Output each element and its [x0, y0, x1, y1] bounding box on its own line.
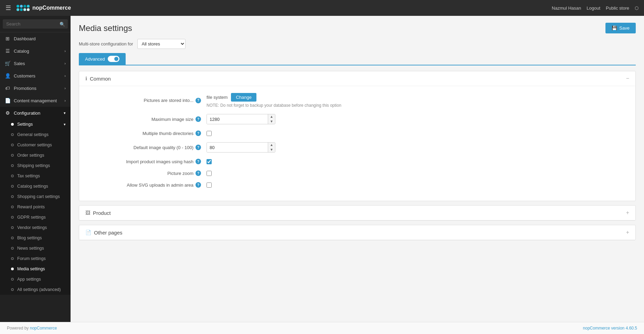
- max-image-size-label: Maximum image size ?: [89, 116, 207, 122]
- customers-icon: 👤: [5, 73, 10, 79]
- sidebar-subitem-label: All settings (advanced): [17, 287, 61, 292]
- sidebar-item-all-settings[interactable]: All settings (advanced): [0, 284, 71, 295]
- other-pages-title: 📄 Other pages: [85, 230, 123, 236]
- product-title: 🖼 Product: [85, 210, 111, 216]
- footer-version: nopCommerce version 4.60.5: [583, 326, 637, 331]
- max-image-size-help-icon[interactable]: ?: [196, 116, 201, 122]
- expand-icon[interactable]: +: [626, 229, 629, 236]
- import-hash-label: Import product images using hash ?: [89, 159, 207, 164]
- sidebar-item-app-settings[interactable]: App settings: [0, 274, 71, 284]
- sidebar-item-sales[interactable]: 🛒 Sales ›: [0, 57, 71, 70]
- sidebar-item-content-management[interactable]: 📄 Content management ›: [0, 94, 71, 107]
- tab-label: Advanced: [85, 56, 105, 62]
- sidebar-item-forum-settings[interactable]: Forum settings: [0, 253, 71, 264]
- spinner-down[interactable]: ▼: [268, 119, 275, 124]
- config-icon: ⚙: [5, 110, 10, 116]
- logo-dots: [17, 5, 30, 11]
- spinners: ▲ ▼: [268, 143, 275, 152]
- multiple-thumb-help-icon[interactable]: ?: [196, 131, 201, 136]
- sidebar-item-promotions[interactable]: 🏷 Promotions ›: [0, 82, 71, 94]
- multiple-thumb-row: Multiple thumb directories ?: [89, 131, 625, 136]
- multistore-select[interactable]: All stores: [137, 39, 186, 49]
- other-pages-section-header[interactable]: 📄 Other pages +: [79, 225, 635, 240]
- allow-svg-help-icon[interactable]: ?: [196, 182, 201, 188]
- pictures-stored-help-icon[interactable]: ?: [196, 98, 201, 103]
- sidebar-item-catalog[interactable]: ☰ Catalog ›: [0, 45, 71, 57]
- spinner-down[interactable]: ▼: [268, 147, 275, 152]
- sidebar-subitem-label: General settings: [17, 132, 49, 137]
- toggle-advanced[interactable]: [108, 56, 119, 62]
- sidebar-item-shopping-cart-settings[interactable]: Shopping cart settings: [0, 191, 71, 202]
- public-store-link[interactable]: Public store: [606, 6, 629, 11]
- sidebar-subitem-label: Reward points: [17, 205, 45, 209]
- share-icon[interactable]: ⬡: [635, 6, 638, 11]
- sidebar-item-shipping-settings[interactable]: Shipping settings: [0, 160, 71, 171]
- image-quality-input[interactable]: [207, 143, 268, 152]
- expand-icon[interactable]: +: [626, 210, 629, 216]
- spinners: ▲ ▼: [268, 114, 275, 124]
- sidebar-item-catalog-settings[interactable]: Catalog settings: [0, 181, 71, 191]
- sidebar-item-general-settings[interactable]: General settings: [0, 129, 71, 140]
- multiple-thumb-checkbox[interactable]: [207, 131, 212, 136]
- sidebar-subitem-label: Order settings: [17, 153, 44, 158]
- footer-left: Powered by nopCommerce: [7, 326, 57, 331]
- sidebar-item-tax-settings[interactable]: Tax settings: [0, 171, 71, 181]
- layout: 🔍 ⊞ Dashboard ☰ Catalog › 🛒 Sales › 👤 Cu…: [0, 16, 644, 322]
- sidebar-item-dashboard[interactable]: ⊞ Dashboard: [0, 32, 71, 45]
- common-section-header[interactable]: ℹ Common −: [79, 71, 635, 86]
- sidebar-item-customers[interactable]: 👤 Customers ›: [0, 70, 71, 82]
- picture-zoom-help-icon[interactable]: ?: [196, 170, 201, 176]
- sidebar-item-news-settings[interactable]: News settings: [0, 243, 71, 253]
- max-image-size-input-wrapper: ▲ ▼: [207, 114, 275, 124]
- sidebar-item-vendor-settings[interactable]: Vendor settings: [0, 222, 71, 233]
- footer: Powered by nopCommerce nopCommerce versi…: [0, 322, 644, 334]
- search-icon: 🔍: [60, 21, 65, 27]
- powered-by-link[interactable]: nopCommerce: [30, 326, 57, 331]
- sidebar-subitem-label: GDPR settings: [17, 215, 46, 220]
- sidebar-item-reward-points[interactable]: Reward points: [0, 202, 71, 212]
- change-button[interactable]: Change: [231, 93, 256, 102]
- multiple-thumb-control: [207, 131, 625, 136]
- sidebar-item-label: Configuration: [14, 111, 40, 116]
- max-image-size-row: Maximum image size ? ▲ ▼: [89, 114, 625, 124]
- chevron-right-icon: ›: [64, 86, 66, 90]
- import-hash-help-icon[interactable]: ?: [196, 159, 201, 164]
- tab-bar: Advanced: [79, 53, 636, 65]
- allow-svg-label: Allow SVG uploads in admin area ?: [89, 182, 207, 188]
- logo: nopCommerce: [17, 5, 552, 11]
- logout-link[interactable]: Logout: [587, 6, 600, 11]
- logo-text: nopCommerce: [32, 5, 71, 11]
- search-input[interactable]: [3, 19, 68, 29]
- other-pages-section: 📄 Other pages +: [79, 225, 636, 240]
- multiple-thumb-label: Multiple thumb directories ?: [89, 131, 207, 136]
- sidebar-item-gdpr-settings[interactable]: GDPR settings: [0, 212, 71, 222]
- save-button[interactable]: 💾 Save: [605, 23, 636, 33]
- other-pages-title-text: Other pages: [94, 230, 123, 236]
- sidebar-item-configuration[interactable]: ⚙ Configuration ▾: [0, 107, 71, 119]
- sidebar-item-customer-settings[interactable]: Customer settings: [0, 140, 71, 150]
- picture-zoom-control: [207, 171, 625, 176]
- settings-submenu: Settings ▾ General settings Customer set…: [0, 119, 71, 295]
- sidebar-item-media-settings[interactable]: Media settings: [0, 264, 71, 274]
- hamburger-icon[interactable]: ☰: [6, 4, 11, 12]
- allow-svg-checkbox[interactable]: [207, 182, 212, 188]
- promotions-icon: 🏷: [5, 85, 10, 91]
- image-quality-help-icon[interactable]: ?: [196, 145, 201, 150]
- other-pages-icon: 📄: [85, 230, 91, 235]
- max-image-size-input[interactable]: [207, 114, 268, 124]
- spinner-up[interactable]: ▲: [268, 143, 275, 147]
- tab-line: [79, 65, 636, 65]
- pictures-stored-row: Pictures are stored into... ? file syste…: [89, 93, 625, 108]
- common-title: ℹ Common: [85, 76, 111, 82]
- collapse-icon[interactable]: −: [626, 75, 629, 82]
- sidebar-item-order-settings[interactable]: Order settings: [0, 150, 71, 160]
- tab-advanced[interactable]: Advanced: [79, 53, 126, 65]
- sidebar-item-blog-settings[interactable]: Blog settings: [0, 233, 71, 243]
- sidebar-subitem-label: Catalog settings: [17, 184, 48, 189]
- sidebar-item-settings[interactable]: Settings ▾: [0, 119, 71, 129]
- picture-zoom-checkbox[interactable]: [207, 171, 212, 176]
- product-section-header[interactable]: 🖼 Product +: [79, 206, 635, 220]
- import-hash-checkbox[interactable]: [207, 159, 212, 164]
- spinner-up[interactable]: ▲: [268, 114, 275, 119]
- top-nav: ☰ nopCommerce Nazmul Hasan Logout Public…: [0, 0, 644, 16]
